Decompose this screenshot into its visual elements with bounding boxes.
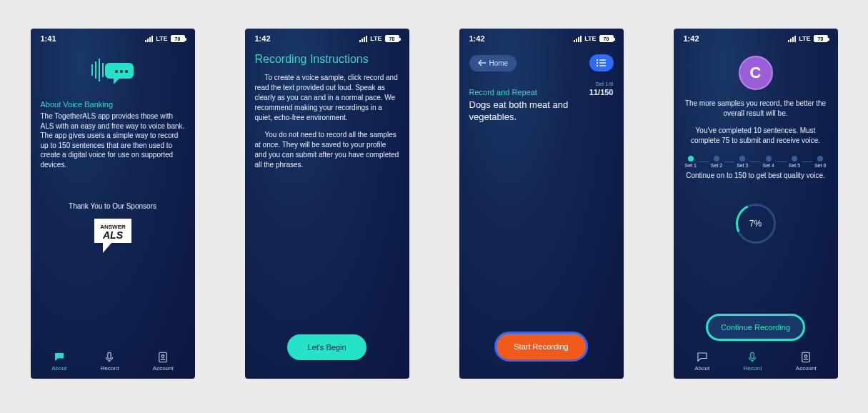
app-logo bbox=[41, 54, 185, 93]
nav-label: Record bbox=[744, 365, 762, 372]
mic-icon bbox=[746, 351, 759, 364]
progress-ring: 7% bbox=[736, 204, 776, 244]
signal-icon bbox=[788, 36, 796, 42]
set-pill: Set 4 bbox=[762, 156, 774, 168]
signal-icon bbox=[145, 36, 153, 42]
svg-rect-17 bbox=[751, 352, 754, 359]
mic-icon bbox=[103, 351, 116, 364]
progress-percent: 7% bbox=[749, 219, 762, 229]
network-label: LTE bbox=[156, 35, 167, 42]
network-label: LTE bbox=[370, 35, 381, 42]
set-position: Set 1/6 bbox=[589, 81, 614, 88]
sponsor-bottom: ALS bbox=[102, 229, 124, 241]
svg-point-11 bbox=[596, 59, 597, 61]
sponsor-logo: ANSWER ALS bbox=[41, 217, 185, 259]
status-right: LTE 70 bbox=[788, 35, 827, 42]
arrow-left-icon bbox=[478, 59, 487, 66]
about-heading: About Voice Banking bbox=[41, 100, 185, 109]
progress-p2: You've completed 10 sentences. Must comp… bbox=[684, 126, 828, 146]
account-icon bbox=[156, 351, 169, 364]
screen-about: 1:41 LTE 70 About Voice Banking The Toge… bbox=[31, 29, 195, 379]
set-pill: Set 1 bbox=[685, 156, 697, 168]
progress-copy: The more samples you record, the better … bbox=[684, 99, 828, 153]
home-label: Home bbox=[489, 59, 509, 67]
nav-about[interactable]: About bbox=[694, 351, 709, 372]
set-pill: Set 5 bbox=[789, 156, 800, 168]
list-icon bbox=[596, 59, 607, 67]
status-right: LTE 70 bbox=[145, 35, 184, 42]
svg-rect-12 bbox=[599, 59, 606, 61]
signal-icon bbox=[359, 36, 367, 42]
status-right: LTE 70 bbox=[574, 35, 613, 42]
home-button[interactable]: Home bbox=[469, 55, 517, 71]
nav-record[interactable]: Record bbox=[101, 351, 119, 372]
instructions-p1: To create a voice sample, click record a… bbox=[255, 73, 399, 123]
network-label: LTE bbox=[584, 35, 596, 42]
avatar[interactable]: C bbox=[739, 56, 773, 90]
battery-icon: 70 bbox=[814, 35, 828, 42]
continue-recording-button[interactable]: Continue Recording bbox=[706, 314, 805, 341]
network-label: LTE bbox=[799, 35, 810, 42]
battery-icon: 70 bbox=[599, 35, 614, 42]
nav-record[interactable]: Record bbox=[744, 351, 762, 372]
svg-point-6 bbox=[120, 70, 123, 73]
set-meta: Set 1/6 11/150 bbox=[589, 81, 614, 96]
progress-p3: Continue on to 150 to get best quality v… bbox=[684, 171, 828, 181]
record-label: Record and Repeat bbox=[469, 88, 537, 96]
record-topbar: Home bbox=[469, 54, 614, 71]
instructions-p2: You do not need to record all the sample… bbox=[255, 130, 399, 170]
lets-begin-button[interactable]: Let's Begin bbox=[287, 334, 366, 360]
record-meta-row: Record and Repeat Set 1/6 11/150 bbox=[469, 81, 614, 96]
set-pill: Set 2 bbox=[711, 156, 722, 168]
battery-icon: 70 bbox=[385, 35, 399, 42]
about-body: The TogetherALS app provides those with … bbox=[41, 111, 185, 169]
svg-rect-14 bbox=[599, 62, 606, 64]
nav-label: Record bbox=[101, 365, 119, 372]
svg-point-15 bbox=[596, 65, 597, 66]
nav-label: About bbox=[51, 365, 66, 372]
battery-icon: 70 bbox=[171, 35, 185, 42]
nav-label: About bbox=[694, 365, 709, 372]
clock: 1:42 bbox=[684, 34, 699, 43]
bottom-nav: About Record Account bbox=[31, 345, 195, 379]
status-bar: 1:42 LTE 70 bbox=[245, 29, 409, 46]
sentence-count: 11/150 bbox=[589, 88, 614, 96]
instructions-title: Recording Instructions bbox=[255, 53, 399, 66]
status-bar: 1:42 LTE 70 bbox=[674, 29, 838, 46]
nav-about[interactable]: About bbox=[51, 351, 66, 372]
screen-instructions: 1:42 LTE 70 Recording Instructions To cr… bbox=[245, 29, 409, 379]
nav-label: Account bbox=[153, 365, 174, 372]
set-pill: Set 6 bbox=[814, 156, 826, 168]
account-icon bbox=[799, 351, 812, 364]
clock: 1:42 bbox=[469, 34, 485, 43]
svg-point-13 bbox=[596, 62, 597, 64]
start-recording-button[interactable]: Start Recording bbox=[494, 332, 587, 362]
set-pill: Set 3 bbox=[737, 156, 748, 168]
chat-icon bbox=[696, 351, 709, 364]
progress-p1: The more samples you record, the better … bbox=[684, 99, 828, 119]
progress-p3-wrap: Continue on to 150 to get best quality v… bbox=[684, 171, 828, 188]
screen-record: 1:42 LTE 70 Home Record and Repeat bbox=[459, 29, 624, 379]
nav-label: Account bbox=[796, 365, 817, 372]
screen-progress: 1:42 LTE 70 C The more samples you recor… bbox=[674, 29, 838, 379]
signal-icon bbox=[574, 36, 582, 42]
status-bar: 1:42 LTE 70 bbox=[459, 29, 624, 46]
svg-point-10 bbox=[161, 355, 164, 358]
sets-progress: Set 1 Set 2 Set 3 Set 4 Set 5 Set 6 bbox=[685, 156, 827, 168]
bottom-nav: About Record Account bbox=[674, 345, 838, 379]
clock: 1:42 bbox=[255, 34, 271, 43]
svg-point-7 bbox=[125, 70, 128, 73]
nav-account[interactable]: Account bbox=[796, 351, 817, 372]
status-right: LTE 70 bbox=[359, 35, 399, 42]
sponsor-thanks: Thank You to Our Sponsors bbox=[41, 202, 185, 210]
status-bar: 1:41 LTE 70 bbox=[31, 29, 195, 46]
clock: 1:41 bbox=[41, 34, 56, 43]
instructions-body: To create a voice sample, click record a… bbox=[255, 73, 399, 177]
nav-account[interactable]: Account bbox=[153, 351, 174, 372]
svg-rect-16 bbox=[599, 65, 606, 66]
chat-icon bbox=[53, 351, 66, 364]
list-button[interactable] bbox=[589, 54, 614, 71]
svg-point-19 bbox=[804, 355, 807, 358]
svg-point-5 bbox=[115, 70, 118, 73]
svg-rect-8 bbox=[108, 352, 111, 359]
